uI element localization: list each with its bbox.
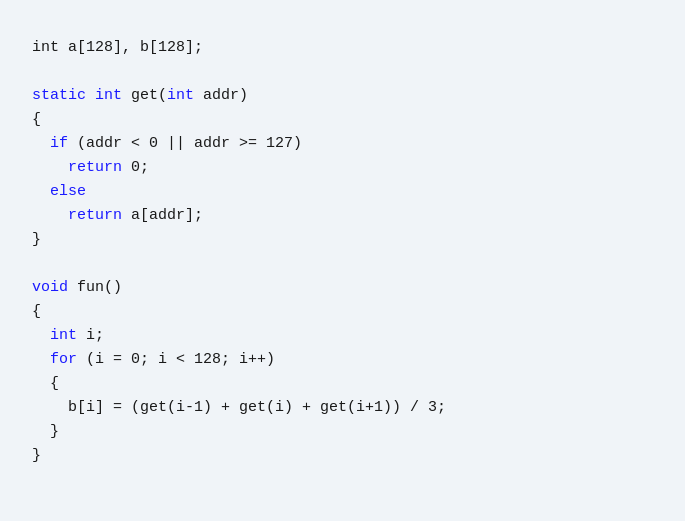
code-line: return 0; <box>32 156 653 180</box>
keyword-token: else <box>50 183 86 200</box>
code-line: } <box>32 420 653 444</box>
code-line: { <box>32 300 653 324</box>
code-empty-line <box>32 60 653 84</box>
plain-token: } <box>32 231 41 248</box>
plain-token <box>32 207 68 224</box>
plain-token: { <box>32 303 41 320</box>
code-line: else <box>32 180 653 204</box>
code-line: if (addr < 0 || addr >= 127) <box>32 132 653 156</box>
keyword-token: for <box>50 351 77 368</box>
code-line: return a[addr]; <box>32 204 653 228</box>
plain-token <box>32 327 50 344</box>
plain-token: } <box>32 423 59 440</box>
plain-token: (addr < 0 || addr >= 127) <box>68 135 302 152</box>
plain-token: get( <box>122 87 167 104</box>
keyword-token: static int <box>32 87 122 104</box>
code-line: void fun() <box>32 276 653 300</box>
plain-token: 0; <box>122 159 149 176</box>
code-line: { <box>32 372 653 396</box>
code-line: } <box>32 444 653 468</box>
code-empty-line <box>32 252 653 276</box>
code-line: b[i] = (get(i-1) + get(i) + get(i+1)) / … <box>32 396 653 420</box>
code-line: int a[128], b[128]; <box>32 36 653 60</box>
plain-token: (i = 0; i < 128; i++) <box>77 351 275 368</box>
plain-token <box>32 135 50 152</box>
keyword-token: void <box>32 279 68 296</box>
plain-token: b[i] = (get(i-1) + get(i) + get(i+1)) / … <box>32 399 446 416</box>
code-line: { <box>32 108 653 132</box>
keyword-token: return <box>68 159 122 176</box>
keyword-token: int <box>167 87 194 104</box>
keyword-token: int <box>50 327 77 344</box>
keyword-token: return <box>68 207 122 224</box>
code-line: } <box>32 228 653 252</box>
plain-token: a[addr]; <box>122 207 203 224</box>
keyword-token: if <box>50 135 68 152</box>
code-line: int i; <box>32 324 653 348</box>
code-line: static int get(int addr) <box>32 84 653 108</box>
plain-token: } <box>32 447 41 464</box>
plain-token <box>32 351 50 368</box>
plain-token: { <box>32 111 41 128</box>
plain-token: i; <box>77 327 104 344</box>
plain-token: { <box>32 375 59 392</box>
plain-token: addr) <box>194 87 248 104</box>
plain-token: fun() <box>68 279 122 296</box>
plain-token <box>32 159 68 176</box>
plain-token <box>32 183 50 200</box>
plain-token: int a[128], b[128]; <box>32 39 203 56</box>
code-block: int a[128], b[128];static int get(int ad… <box>20 20 665 484</box>
code-line: for (i = 0; i < 128; i++) <box>32 348 653 372</box>
